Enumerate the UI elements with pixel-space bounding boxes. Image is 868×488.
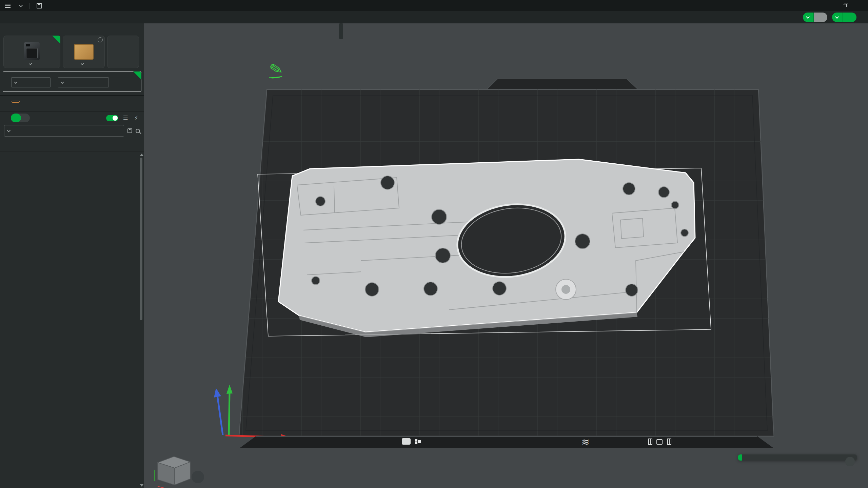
compare-preset-icon[interactable]: ⚡ — [133, 115, 140, 122]
maximize-icon — [843, 4, 847, 7]
viewport-3d[interactable]: ≋ ✎ — [144, 23, 868, 488]
save-preset-icon[interactable] — [127, 128, 132, 133]
divider — [29, 3, 30, 9]
app-window: ☰ ⚡ — [0, 0, 868, 488]
process-section: ☰ ⚡ — [0, 111, 144, 488]
chevron-down-icon[interactable] — [19, 3, 23, 7]
object-info-panel — [738, 454, 857, 461]
close-button[interactable] — [852, 0, 868, 11]
scrollbar-thumb[interactable] — [140, 158, 142, 320]
plate-type-card[interactable] — [63, 36, 105, 68]
flushing-volumes-button[interactable] — [12, 101, 20, 103]
home-button[interactable] — [0, 11, 16, 23]
save-icon[interactable] — [37, 3, 42, 8]
model-object[interactable] — [278, 159, 695, 337]
navigation-cube[interactable] — [150, 450, 201, 488]
y-axis-arrow — [226, 385, 233, 394]
nozzle-flow-select[interactable] — [58, 77, 109, 87]
plate-type-icon — [402, 438, 411, 445]
viewport-settings-gear-button[interactable] — [192, 471, 204, 483]
chevron-down-icon — [7, 128, 11, 132]
printer-card[interactable] — [3, 36, 60, 68]
global-segment[interactable] — [11, 114, 21, 122]
filaments-section — [0, 95, 144, 111]
slice-plate-label — [814, 13, 827, 22]
advanced-toggle[interactable] — [106, 115, 118, 121]
scroll-down-icon[interactable] — [140, 484, 143, 487]
plate-handle — [486, 79, 638, 90]
chevron-down-icon — [14, 80, 17, 84]
heat-waves-icon: ≋ — [581, 437, 589, 447]
plate-front-rim: ≋ — [240, 436, 773, 448]
chevron-down-icon — [806, 15, 809, 19]
model-boss-top — [561, 285, 570, 294]
scene-canvas[interactable]: ≋ — [144, 23, 868, 488]
divider — [796, 14, 796, 20]
info-icon[interactable] — [98, 37, 103, 42]
chevron-down-icon — [835, 15, 839, 19]
info-close-button[interactable] — [845, 457, 855, 466]
printer-cards — [0, 35, 144, 72]
filament-list — [0, 107, 144, 108]
nozzle-panel — [3, 72, 141, 92]
list-view-icon[interactable]: ☰ — [122, 115, 129, 122]
print-dropdown[interactable] — [832, 13, 843, 22]
chevron-down-icon — [81, 62, 84, 65]
printer-header — [0, 23, 144, 35]
hamburger-icon[interactable] — [5, 5, 11, 6]
process-tabs — [0, 139, 144, 151]
slice-plate-button[interactable] — [803, 13, 827, 22]
main-tab-bar — [0, 11, 868, 23]
sync-info-card[interactable] — [107, 36, 139, 68]
slice-dropdown[interactable] — [803, 13, 814, 22]
process-preset-select[interactable] — [4, 125, 124, 137]
scrollbar[interactable] — [139, 154, 143, 487]
chevron-down-icon — [29, 62, 32, 65]
print-plate-button[interactable] — [832, 13, 856, 22]
nozzle-diameter-select[interactable] — [11, 77, 51, 87]
z-axis-arrow — [214, 388, 221, 398]
chevron-down-icon — [61, 80, 64, 84]
print-plate-label — [843, 13, 856, 22]
minimize-button[interactable] — [821, 0, 837, 11]
global-objects-toggle[interactable] — [11, 114, 30, 122]
title-bar — [0, 0, 868, 11]
selected-corner-badge — [52, 36, 60, 44]
maximize-button[interactable] — [837, 0, 852, 11]
settings-panel — [0, 151, 144, 488]
scroll-up-icon[interactable] — [140, 154, 143, 156]
printer-thumbnail — [24, 42, 40, 60]
search-icon[interactable] — [136, 129, 140, 133]
selected-corner-badge — [133, 72, 141, 80]
plate-thumbnail — [74, 44, 94, 60]
sidebar: ☰ ⚡ — [0, 23, 144, 488]
viewport-toolbar — [339, 23, 343, 39]
